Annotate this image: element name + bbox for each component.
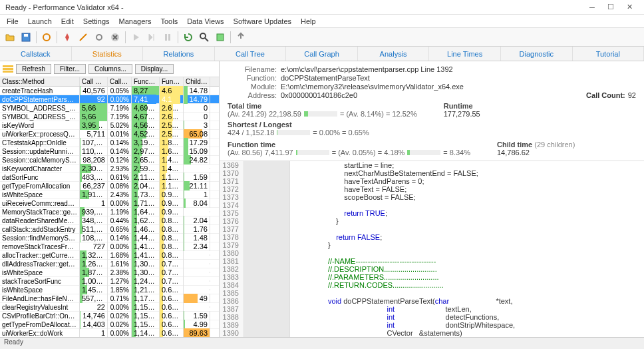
detail-panel: Filename:e:\om\c\svl\parser\cppstatement… bbox=[220, 61, 644, 337]
menu-launch[interactable]: Launch bbox=[24, 16, 56, 27]
table-row[interactable]: FileAndLine::hasFileName557,3300.71%1,17… bbox=[0, 294, 219, 303]
code-line: 1385 bbox=[220, 289, 644, 297]
close-button[interactable]: ✕ bbox=[620, 1, 639, 13]
code-line: 1373 scopeBoost = FALSE; bbox=[220, 193, 644, 201]
code-line: 1375 return TRUE; bbox=[220, 209, 644, 217]
col-callpct[interactable]: Call Cou... bbox=[108, 77, 132, 86]
code-line: 1370 nextCharMustBeStatementEnd = FALSE; bbox=[220, 169, 644, 177]
stop-icon[interactable] bbox=[108, 30, 122, 45]
tab-call-graph[interactable]: Call Graph bbox=[286, 47, 358, 61]
val-runtime: 177,279.55 bbox=[444, 110, 480, 118]
col-function[interactable]: Function bbox=[132, 77, 160, 86]
menu-tools[interactable]: Tools bbox=[156, 16, 182, 27]
val-shortest: 424 / 1,152.18 bbox=[228, 129, 274, 137]
val-total-avg: (Av. 241.29) 22,198.59 bbox=[228, 110, 301, 118]
code-line: 1382 //.DESCRIPTION.....................… bbox=[220, 265, 644, 273]
table-row[interactable]: removeStackTracesFromUI7270.00%1,415.730… bbox=[0, 242, 219, 251]
open-icon[interactable] bbox=[3, 30, 17, 45]
grid-header[interactable]: Class::Method Call Count Call Cou... Fun… bbox=[0, 77, 219, 87]
save-icon[interactable] bbox=[19, 30, 33, 45]
titlebar: Ready - Performance Validator x64 - ─ ☐ … bbox=[0, 0, 644, 15]
val-total-avpct: = (Av. 8.14%) = 12.52% bbox=[340, 110, 417, 118]
col-method[interactable]: Class::Method bbox=[0, 77, 80, 86]
statusbar: Ready bbox=[0, 337, 644, 349]
table-row[interactable]: allocTracker::getCurrentCount1,326,1801.… bbox=[0, 251, 219, 260]
refresh-button[interactable]: Refresh bbox=[16, 64, 51, 74]
col-children[interactable]: Children bbox=[184, 77, 210, 86]
tab-call-tree[interactable]: Call Tree bbox=[215, 47, 287, 61]
play-icon[interactable] bbox=[128, 30, 143, 45]
menu-file[interactable]: File bbox=[3, 16, 23, 27]
menu-managers[interactable]: Managers bbox=[115, 16, 156, 27]
code-line: 1387 int textLen, bbox=[220, 305, 644, 313]
label-module: Module: bbox=[228, 83, 281, 91]
source-view[interactable]: 1369 startLine = line;1370 nextCharMustB… bbox=[220, 161, 644, 337]
menu-settings[interactable]: Settings bbox=[79, 16, 114, 27]
columns-button[interactable]: Columns... bbox=[88, 64, 132, 74]
rocket-icon[interactable] bbox=[60, 30, 75, 45]
display-button[interactable]: Display... bbox=[135, 64, 174, 74]
val-shortest-pct: = 0.00% = 0.65% bbox=[313, 129, 369, 137]
filter-button[interactable]: Filter... bbox=[54, 64, 86, 74]
col-funcpct[interactable]: Functio... bbox=[160, 77, 184, 86]
menu-edit[interactable]: Edit bbox=[57, 16, 78, 27]
tab-diagnostic[interactable]: Diagnostic bbox=[501, 47, 573, 61]
label-runtime: Runtime bbox=[444, 102, 480, 110]
bookmark-icon[interactable] bbox=[213, 30, 228, 45]
label-function: Function: bbox=[228, 74, 281, 82]
minimize-button[interactable]: ─ bbox=[583, 1, 601, 13]
col-callcount[interactable]: Call Count bbox=[80, 77, 108, 86]
code-line: 1384 //.RETURN.CODES....................… bbox=[220, 281, 644, 289]
code-line: 1372 haveText = FALSE; bbox=[220, 185, 644, 193]
table-row[interactable]: uiWorkerEx::doWork10.00%1,144.290.65%89.… bbox=[0, 329, 219, 337]
pause-icon[interactable] bbox=[160, 30, 175, 45]
toolbar bbox=[0, 28, 644, 47]
val-module: E:\om\c\memory32\release\svlmemoryValida… bbox=[281, 83, 464, 91]
maximize-button[interactable]: ☐ bbox=[601, 1, 620, 13]
table-row[interactable]: stackTraceSortFunc1,001,7901.27%1,244.41… bbox=[0, 277, 219, 286]
val-func-rel: = 8.34% bbox=[443, 149, 470, 157]
val-callcount: 92 bbox=[628, 91, 636, 99]
grid-toolbar: Refresh Filter... Columns... Display... bbox=[0, 61, 219, 77]
code-line: 1386 void doCPPStatementParseText(char *… bbox=[220, 297, 644, 305]
menu-help[interactable]: Help bbox=[297, 16, 320, 27]
attach-icon[interactable] bbox=[92, 30, 106, 45]
tab-analysis[interactable]: Analysis bbox=[358, 47, 430, 61]
tab-relations[interactable]: Relations bbox=[143, 47, 215, 61]
tab-tutorial[interactable]: Tutorial bbox=[573, 47, 645, 61]
svg-point-2 bbox=[43, 34, 50, 41]
stats-grid[interactable]: Class::Method Call Count Call Cou... Fun… bbox=[0, 77, 219, 337]
function-info: Filename:e:\om\c\svl\parser\cppstatement… bbox=[220, 61, 644, 161]
val-address: 0x0000000140186c2e0 bbox=[281, 91, 357, 99]
search-icon[interactable] bbox=[197, 30, 212, 45]
val-child-note: (29 children) bbox=[534, 141, 575, 149]
code-line: 1369 startLine = line; bbox=[220, 161, 644, 169]
table-row[interactable]: isWhiteSpace1,873,0182.38%1,303.780.74% bbox=[0, 268, 219, 277]
tab-statistics[interactable]: Statistics bbox=[72, 47, 144, 61]
code-line: 1380 bbox=[220, 249, 644, 257]
label-totaltime: Total time bbox=[228, 102, 417, 110]
table-row[interactable]: uiReceiveComm::readDataFro...10.00%1,717… bbox=[0, 199, 219, 208]
code-line: 1379 } bbox=[220, 241, 644, 249]
code-line: 1371 haveTextAndParens = 0; bbox=[220, 177, 644, 185]
step-icon[interactable] bbox=[144, 30, 159, 45]
reset-icon[interactable] bbox=[39, 30, 54, 45]
refresh-icon[interactable] bbox=[181, 30, 196, 45]
code-line: 1389 int dontStripWhitespace, bbox=[220, 321, 644, 329]
code-line: 1383 //.PARAMETERS......................… bbox=[220, 273, 644, 281]
table-row[interactable]: Session::calcMemoryStats98,2080.12%2,650… bbox=[0, 156, 219, 165]
label-childtime: Child time bbox=[497, 141, 532, 149]
tab-callstack[interactable]: Callstack bbox=[0, 47, 72, 61]
val-filename: e:\om\c\svl\parser\cppstatementparser.cp… bbox=[281, 65, 453, 73]
tab-line-times[interactable]: Line Times bbox=[429, 47, 501, 61]
window-title: Ready - Performance Validator x64 - bbox=[5, 3, 583, 11]
table-row[interactable]: dllAddressTracker::getLoadAd...1,267,178… bbox=[0, 260, 219, 268]
export-icon[interactable] bbox=[234, 30, 248, 45]
label-shortest: Shortest / Longest bbox=[228, 121, 417, 129]
svg-rect-10 bbox=[3, 68, 13, 70]
wand-icon[interactable] bbox=[76, 30, 90, 45]
menu-data-views[interactable]: Data Views bbox=[183, 16, 228, 27]
view-tabs: CallstackStatisticsRelationsCall TreeCal… bbox=[0, 47, 644, 61]
val-func-avpct: = (Av. 0.05%) = 4.18% bbox=[332, 149, 405, 157]
menu-software-updates[interactable]: Software Updates bbox=[230, 16, 295, 27]
